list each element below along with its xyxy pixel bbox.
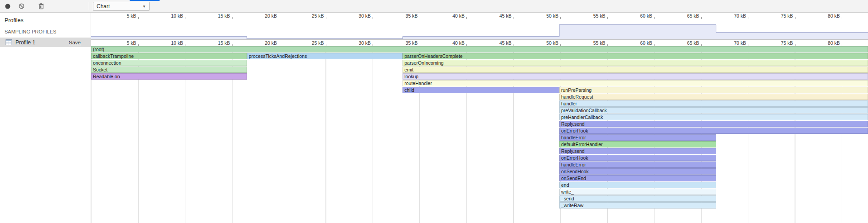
flame-bar[interactable]: parserOnHeadersComplete [402,53,868,59]
ruler-tick-label: 20 kB [251,13,277,19]
flame-bar[interactable]: callbackTrampoline [91,53,247,59]
flame-row: routeHandler [91,80,868,87]
ruler-tick-label: 5 kB [110,13,136,19]
flame-row: write_ [91,189,868,195]
flame-row: Readable.onlookup [91,73,868,80]
flame-bar[interactable]: Socket [91,66,247,73]
ruler-tick-label: 75 kB [767,40,793,46]
ruler-tick-label: 55 kB [579,40,606,46]
ruler-tick-label: 35 kB [392,40,418,46]
flame-bar[interactable]: parserOnIncoming [402,60,868,66]
flame-bar[interactable]: onSendEnd [559,175,716,181]
flame-row: defaultErrorHandler [91,141,868,148]
record-button[interactable] [2,1,14,12]
profile-icon [5,39,12,46]
ruler-tick-label: 45 kB [485,13,512,19]
flame-bar[interactable]: end [559,182,716,188]
flame-row: Reply.send [91,121,868,128]
flame-bar[interactable]: lookup [402,73,868,80]
ruler-tick-label: 5 kB [110,40,136,46]
allocation-overview-chart [91,19,868,39]
ruler-tick-label: 45 kB [485,40,512,46]
flame-row: handleRequest [91,94,868,100]
ruler-tick-label: 30 kB [344,13,371,19]
flame-bar[interactable]: (root) [91,46,868,52]
ruler-main: 5 kB10 kB15 kB20 kB25 kB30 kB35 kB40 kB4… [91,39,868,46]
ruler-top: 5 kB10 kB15 kB20 kB25 kB30 kB35 kB40 kB4… [91,13,868,19]
record-circle-icon [5,4,10,9]
flame-bar[interactable]: defaultErrorHandler [559,141,716,147]
ruler-tick-label: 40 kB [438,40,465,46]
clear-button[interactable] [15,1,27,12]
flame-bar[interactable]: _send [559,195,716,202]
trash-icon [38,3,44,9]
allocation-overview[interactable] [91,19,868,39]
delete-profile-button[interactable] [35,1,47,12]
ruler-tick-label: 10 kB [157,40,183,46]
flame-row: end [91,182,868,189]
flame-bar[interactable]: emit [402,66,868,73]
flame-bar[interactable]: onErrorHook [559,155,716,161]
ruler-tick-label: 50 kB [532,40,558,46]
flame-bar[interactable]: handleError [559,134,716,141]
flame-row: childrunPreParsing [91,87,868,94]
ruler-tick-label: 55 kB [579,13,606,19]
flame-bar[interactable]: _writeRaw [559,202,716,209]
ruler-tick-label: 80 kB [814,13,840,19]
sidebar-title: Profiles [0,13,91,26]
flame-bar[interactable]: handleRequest [559,94,868,100]
chevron-down-icon: ▼ [142,5,146,9]
flame-bar[interactable]: Reply.send [559,148,716,154]
sidebar-section-header: SAMPLING PROFILES [0,26,91,38]
ruler-tick-label: 60 kB [626,13,652,19]
flame-row: Socketemit [91,66,868,73]
flame-bar[interactable]: write_ [559,189,716,195]
ruler-tick-label: 25 kB [298,40,324,46]
flame-row: handleError [91,134,868,141]
flame-row: onSendHook [91,168,868,175]
flame-row: callbackTrampolineprocessTicksAndRejecti… [91,53,868,60]
flame-row: handler [91,100,868,107]
flame-bar[interactable]: routeHandler [402,80,868,86]
flame-bar[interactable]: handleError [559,161,716,168]
flame-bar[interactable]: Reply.send [559,121,868,127]
flame-row: handleError [91,161,868,168]
flame-chart-panel: 5 kB10 kB15 kB20 kB25 kB30 kB35 kB40 kB4… [91,13,868,223]
flame-bar[interactable]: runPreParsing [559,87,868,93]
view-mode-value: Chart [97,3,110,9]
flame-row: (root) [91,46,868,53]
ruler-tick-label: 70 kB [720,40,746,46]
profile-name: Profile 1 [15,39,69,46]
flame-bar[interactable]: preHandlerCallback [559,114,868,120]
ruler-tick-label: 35 kB [392,13,418,19]
ruler-tick-label: 65 kB [673,40,699,46]
profile-list-item[interactable]: Profile 1 Save [0,38,91,47]
toolbar-divider [89,2,89,10]
flame-row: onErrorHook [91,155,868,161]
view-mode-select[interactable]: Chart ▼ [93,2,150,11]
flame-bar[interactable]: onErrorHook [559,128,868,134]
flame-bar[interactable]: onconnection [91,60,247,66]
ruler-tick-label: 70 kB [720,13,746,19]
flame-bar[interactable]: preValidationCallback [559,107,868,114]
ruler-tick-label: 65 kB [673,13,699,19]
flame-bar[interactable]: child [402,87,559,93]
ruler-tick-label: 40 kB [438,13,465,19]
flame-row: _writeRaw [91,202,868,209]
block-icon [19,3,24,9]
flame-bar[interactable]: handler [559,100,868,107]
flame-bar[interactable]: processTicksAndRejections [247,53,403,59]
ruler-tick-label: 15 kB [204,40,230,46]
flame-bar[interactable]: Readable.on [91,73,247,80]
save-profile-link[interactable]: Save [69,40,81,45]
ruler-tick-label: 50 kB [532,13,558,19]
flame-chart[interactable]: (root)callbackTrampolineprocessTicksAndR… [91,46,868,223]
flame-bar[interactable]: onSendHook [559,168,716,175]
flame-row: preValidationCallback [91,107,868,114]
flame-row: onSendEnd [91,175,868,182]
flame-row: onconnectionparserOnIncoming [91,60,868,66]
toolbar: Chart ▼ [0,0,868,13]
ruler-tick-label: 15 kB [204,13,230,19]
ruler-tick-label: 20 kB [251,40,277,46]
ruler-tick-label: 80 kB [814,40,840,46]
